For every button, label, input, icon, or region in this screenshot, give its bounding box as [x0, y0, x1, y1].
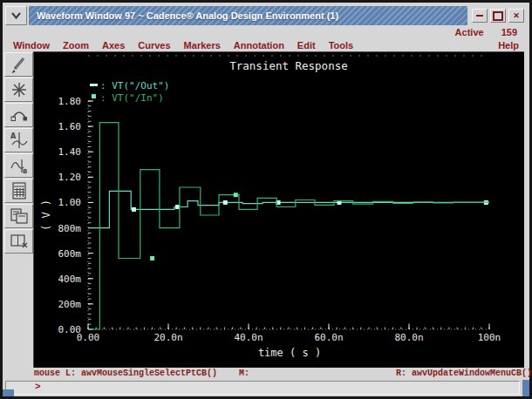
- y-tick-label: 1.40: [58, 146, 82, 158]
- chevron-down-icon: [11, 12, 21, 19]
- pen-icon: [9, 55, 30, 74]
- calculator-tool-button[interactable]: [4, 179, 33, 203]
- y-tick-label: 800m: [58, 223, 82, 234]
- data-point-marker: [223, 200, 228, 205]
- data-point-marker: [234, 193, 238, 197]
- legend-marker-dash: [90, 84, 98, 86]
- mouse-middle-binding: M:: [239, 369, 249, 378]
- maximize-button[interactable]: [490, 9, 506, 23]
- split-window-tool-button[interactable]: [4, 229, 33, 254]
- close-button[interactable]: ✕: [508, 9, 524, 23]
- x-tick-label: 40.0n: [234, 332, 263, 343]
- y-axis-minor-ticks: [88, 101, 92, 329]
- window-number: 159: [501, 27, 517, 37]
- mouse-right-binding: R: awvUpdateWindowMenuCB(): [396, 369, 532, 378]
- copy-window-tool-button[interactable]: [4, 204, 33, 228]
- data-point-marker: [132, 207, 136, 212]
- minimize-button[interactable]: [472, 9, 488, 23]
- window-controls: ✕: [469, 6, 527, 25]
- y-tick-label: 0.00: [58, 324, 82, 335]
- waveform-window: Waveform Window 97 ~ Cadence® Analog Des…: [0, 0, 532, 399]
- x-tick-label: 80.0n: [394, 332, 423, 343]
- x-tick-label: 60.0n: [314, 332, 343, 343]
- legend-marker-square: [92, 94, 96, 98]
- y-tick-label: 1.00: [58, 197, 82, 208]
- active-status-label: Active: [455, 27, 484, 37]
- tool-column: A B: [4, 52, 33, 254]
- probe-tool-button[interactable]: [4, 103, 33, 127]
- starburst-icon: [9, 80, 30, 99]
- prompt-caret: >: [35, 382, 41, 392]
- marker-a-icon: A: [9, 131, 30, 150]
- probe-arc-icon: [9, 105, 30, 125]
- x-tick-label: 20.0n: [153, 332, 182, 343]
- marker-b-icon: B: [9, 156, 30, 175]
- starburst-tool-button[interactable]: [4, 78, 33, 102]
- y-axis-label: ( V ): [40, 200, 52, 231]
- close-icon: ✕: [513, 11, 520, 20]
- mouse-bindings-statusbar: mouse L: awvMouseSingleSelectPtCB() M: R…: [5, 368, 527, 380]
- waveform-chart: 0.0020.0n40.0n60.0n80.0n100n0.00200m400m…: [34, 52, 524, 368]
- svg-text:A: A: [10, 132, 17, 140]
- marker-b-tool-button[interactable]: B: [4, 153, 33, 178]
- command-prompt[interactable]: >: [5, 381, 520, 395]
- y-tick-label: 600m: [58, 248, 82, 260]
- titlebar: Waveform Window 97 ~ Cadence® Analog Des…: [5, 6, 527, 25]
- calculator-icon: [9, 181, 30, 200]
- window-menu-button[interactable]: [5, 6, 27, 25]
- copy-window-icon: [9, 206, 30, 226]
- legend-entry-label: : VT("/In"): [100, 92, 164, 104]
- y-tick-label: 400m: [58, 274, 82, 285]
- y-tick-label: 1.20: [58, 172, 82, 183]
- y-tick-label: 1.80: [58, 96, 82, 107]
- y-tick-label: 1.60: [58, 121, 82, 132]
- mouse-left-binding: mouse L: awvMouseSingleSelectPtCB(): [34, 369, 217, 378]
- resize-corner-left[interactable]: [3, 389, 14, 396]
- svg-text:B: B: [23, 168, 27, 175]
- y-tick-label: 200m: [58, 299, 82, 310]
- y-axis-major-ticks: [88, 101, 93, 329]
- x-axis-label: time ( s ): [258, 347, 321, 359]
- minimize-icon: [476, 15, 483, 17]
- window-title: Waveform Window 97 ~ Cadence® Analog Des…: [29, 6, 467, 25]
- data-point-marker: [150, 256, 154, 260]
- marker-a-tool-button[interactable]: A: [4, 128, 33, 152]
- resize-corner-right[interactable]: [522, 380, 529, 396]
- trace-out[interactable]: [88, 191, 489, 227]
- legend-entry-label: : VT("/Out"): [100, 80, 169, 91]
- trace-in[interactable]: [88, 123, 489, 329]
- waveform-plot-area[interactable]: 0.0020.0n40.0n60.0n80.0n100n0.00200m400m…: [33, 51, 524, 368]
- pen-tool-button[interactable]: [4, 52, 33, 77]
- x-tick-label: 100n: [478, 332, 501, 343]
- split-window-icon: [9, 232, 30, 251]
- maximize-icon: [493, 11, 503, 21]
- chart-title: Transient Response: [229, 59, 347, 72]
- window-status-row: Active 159: [455, 27, 517, 37]
